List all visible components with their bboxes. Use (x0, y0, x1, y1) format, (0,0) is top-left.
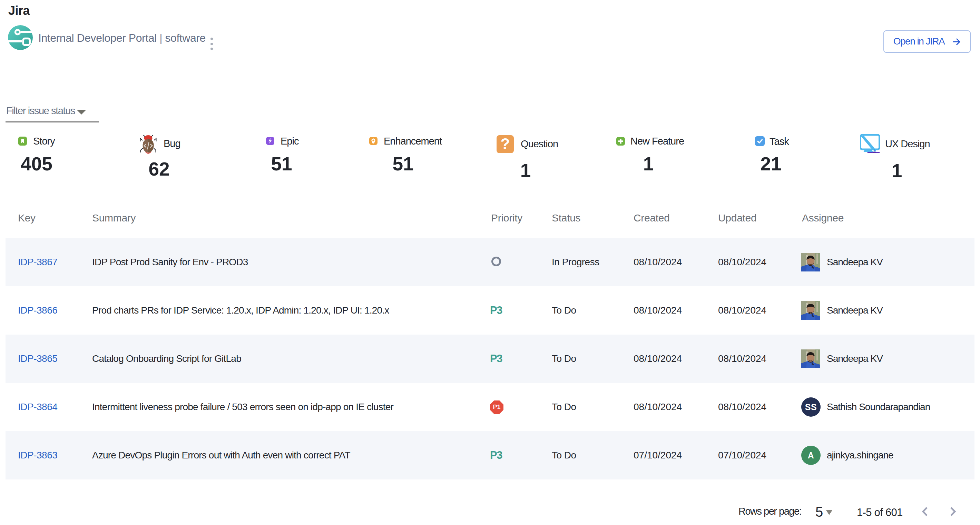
svg-text:?: ? (501, 135, 510, 152)
